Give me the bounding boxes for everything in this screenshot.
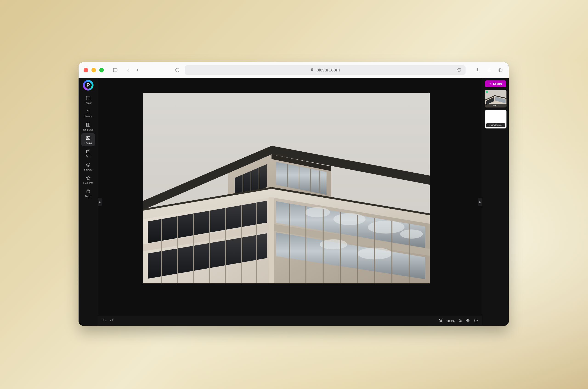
svg-rect-12 — [87, 190, 90, 193]
page-thumbnail-label: SPC 2 — [485, 104, 506, 107]
sidebar-label: Templates — [83, 129, 93, 131]
sidebar-label: Batch — [85, 195, 91, 198]
history-button[interactable] — [474, 319, 478, 324]
svg-point-40 — [400, 229, 423, 239]
download-icon — [489, 82, 492, 85]
svg-point-38 — [334, 213, 366, 225]
svg-rect-4 — [499, 69, 502, 72]
sidebar-item-layout[interactable]: Layout — [81, 93, 95, 106]
left-sidebar: P Layout Uploads Templates Photos — [79, 78, 98, 326]
svg-rect-0 — [114, 68, 117, 72]
svg-point-11 — [86, 163, 90, 166]
window-controls — [84, 68, 104, 72]
svg-point-41 — [320, 239, 347, 249]
svg-point-37 — [305, 207, 330, 217]
zoom-level[interactable]: 100% — [446, 319, 455, 323]
privacy-report-button[interactable] — [174, 67, 181, 73]
reload-button[interactable] — [456, 67, 462, 73]
sidebar-label: Photos — [85, 142, 92, 144]
share-button[interactable] — [474, 67, 481, 73]
sidebar-label: Stickers — [84, 168, 92, 171]
svg-point-39 — [368, 221, 404, 234]
sidebar-toggle-button[interactable] — [112, 67, 119, 73]
sidebar-item-templates[interactable]: Templates — [81, 120, 95, 133]
picsart-editor: P Layout Uploads Templates Photos — [79, 78, 509, 326]
close-window-button[interactable] — [84, 68, 88, 72]
svg-line-70 — [461, 321, 462, 322]
page-dimensions-badge: 2048x1365px — [486, 123, 505, 127]
desktop-background: picsart.com P — [0, 0, 588, 389]
export-button[interactable]: Export — [485, 80, 506, 87]
sidebar-label: Uploads — [84, 115, 92, 118]
active-page-indicator — [486, 91, 488, 93]
canvas[interactable] — [143, 93, 430, 284]
new-tab-button[interactable] — [486, 67, 492, 73]
address-bar[interactable]: picsart.com — [185, 65, 465, 75]
zoom-out-button[interactable] — [438, 319, 443, 324]
sidebar-item-text[interactable]: Text — [81, 147, 95, 160]
back-button[interactable] — [125, 67, 131, 73]
browser-toolbar: picsart.com — [79, 62, 509, 78]
redo-button[interactable] — [110, 319, 114, 324]
undo-button[interactable] — [102, 319, 106, 324]
sidebar-label: Text — [86, 155, 90, 158]
sidebar-item-uploads[interactable]: Uploads — [81, 107, 95, 120]
expand-right-panel-button[interactable]: ▶ — [478, 198, 482, 206]
page-thumbnail-1[interactable]: SPC 2 — [485, 90, 507, 107]
sidebar-item-elements[interactable]: Elements — [81, 173, 95, 186]
tabs-overview-button[interactable] — [497, 67, 504, 73]
sidebar-label: Elements — [83, 182, 93, 184]
sidebar-item-photos[interactable]: Photos — [81, 133, 95, 146]
url-text: picsart.com — [316, 67, 340, 73]
right-panel: Export SPC 2 2048x1365px — [482, 78, 509, 326]
zoom-in-button[interactable] — [458, 319, 462, 324]
picsart-logo[interactable]: P — [83, 80, 93, 91]
canvas-image — [143, 93, 430, 283]
svg-point-71 — [468, 320, 469, 321]
forward-button[interactable] — [134, 67, 141, 73]
svg-marker-58 — [269, 197, 274, 283]
sidebar-item-stickers[interactable]: Stickers — [81, 160, 95, 173]
expand-left-panel-button[interactable]: ▶ — [98, 198, 102, 206]
bottom-bar: 100% — [98, 316, 482, 326]
lock-icon — [310, 67, 314, 73]
svg-line-66 — [441, 321, 442, 322]
page-thumbnail-2[interactable]: 2048x1365px — [485, 110, 507, 129]
minimize-window-button[interactable] — [92, 68, 96, 72]
preview-button[interactable] — [466, 319, 470, 324]
browser-window: picsart.com P — [79, 62, 509, 326]
sidebar-item-batch[interactable]: Batch — [81, 187, 95, 199]
sidebar-label: Layout — [85, 102, 92, 104]
export-label: Export — [493, 82, 502, 86]
fullscreen-window-button[interactable] — [99, 68, 104, 72]
